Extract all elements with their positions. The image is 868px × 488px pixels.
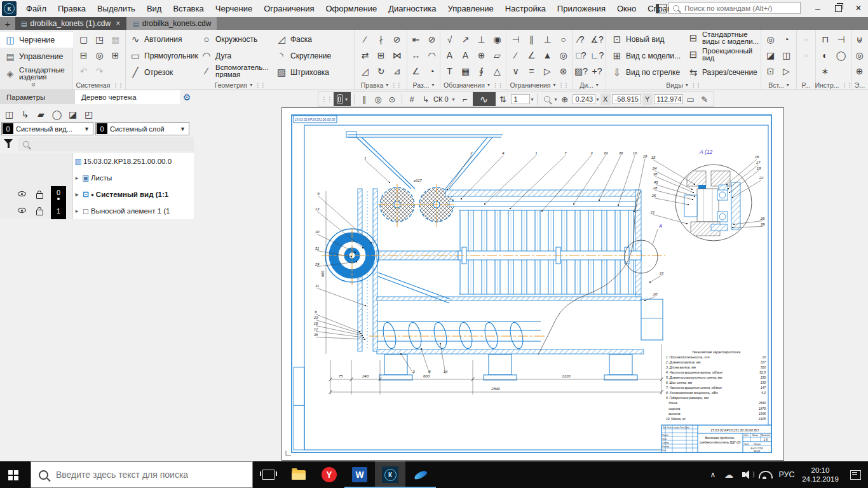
group-grip-icon[interactable]: ⋮⋮ — [255, 82, 265, 88]
arc-dimension-icon[interactable]: ◠ — [424, 47, 440, 63]
new-tab-button[interactable]: + — [0, 17, 15, 30]
layer-icon[interactable]: ▰ — [33, 106, 49, 122]
construction-line-button[interactable]: ∕Вспомогатель...прямая — [201, 63, 269, 79]
measure-perimeter-icon[interactable]: □? — [573, 47, 589, 63]
table-icon[interactable]: ▦ — [458, 63, 473, 79]
centerline-icon[interactable]: ⊕ — [473, 47, 489, 63]
save-document-icon[interactable]: ▦ — [107, 31, 123, 47]
auto-axis-icon[interactable]: ∮ — [473, 63, 489, 79]
restore-button[interactable] — [829, 0, 848, 17]
snap-parallel-icon[interactable]: ∥ — [358, 93, 370, 105]
contour-tool-icon[interactable]: ◯ — [49, 106, 65, 122]
r-command-2-icon[interactable]: ▫ — [798, 47, 814, 63]
menu-item-constraints[interactable]: Ограничения — [258, 0, 320, 17]
word-button[interactable]: W — [344, 461, 375, 488]
measure-coord-icon[interactable]: +? — [589, 63, 605, 79]
minimize-button[interactable]: – — [808, 0, 827, 17]
filter-icon[interactable] — [4, 139, 14, 149]
menu-item-select[interactable]: Выделить — [92, 0, 141, 17]
snap-point-icon[interactable]: ⊙ — [386, 93, 398, 105]
redo-icon[interactable]: ↷ — [92, 63, 107, 79]
vertical-line-icon[interactable]: ∕ — [508, 47, 524, 63]
fix-geometry-icon[interactable]: ▲ — [539, 47, 555, 63]
start-button[interactable] — [0, 461, 31, 488]
menu-item-management[interactable]: Управление — [442, 0, 499, 17]
measure-area-icon[interactable]: ▨? — [573, 63, 589, 79]
drawing-canvas[interactable]: 15.03.02.КР18.251.00.00.00 — [282, 108, 783, 460]
break-line-icon[interactable]: ⊣ — [833, 31, 849, 47]
view-by-arrow-button[interactable]: ⇩Вид по стрелке — [611, 64, 680, 80]
toolbar-grip-icon[interactable]: ⋮⋮ — [321, 96, 332, 103]
close-button[interactable]: × — [849, 0, 868, 17]
clock[interactable]: 20:10 24.12.2019 — [798, 461, 843, 488]
group-grip-icon[interactable]: ⋮⋮ — [559, 82, 569, 88]
open-document-icon[interactable]: ◳ — [92, 31, 107, 47]
view-from-model-button[interactable]: ⊞Вид с модели... — [611, 48, 681, 64]
tree-item-sheets[interactable]: ▸ ▣ Листы — [73, 170, 194, 186]
menu-item-edit[interactable]: Правка — [52, 0, 92, 17]
language-indicator[interactable]: РУС — [775, 461, 798, 488]
chevron-down-icon[interactable]: ▾ — [597, 97, 599, 102]
hatch-button[interactable]: ▨Штриховка — [276, 64, 329, 80]
tree-item-detail-view[interactable]: ▸ ◻ Выносной элемент 1 (1 — [73, 203, 194, 219]
deform-icon[interactable]: ⊿ — [389, 63, 405, 79]
trim-curve-icon[interactable]: ∕ — [357, 31, 373, 47]
insert-picture-icon[interactable]: ◪ — [763, 47, 778, 63]
linear-dimension-icon[interactable]: ↔ — [408, 47, 424, 63]
ruler-icon[interactable]: ▭ — [684, 93, 697, 105]
merge-points-icon[interactable]: ∨ — [508, 63, 524, 79]
drawing-properties-icon[interactable]: ◫ — [1, 106, 17, 122]
menu-item-diagnostics[interactable]: Диагностика — [383, 0, 442, 17]
angle-constraint-icon[interactable]: ∠ — [524, 47, 539, 63]
group-dropdown-icon[interactable]: ▾ — [386, 82, 388, 88]
view-origin-icon[interactable]: ↳ — [17, 106, 33, 122]
grid-icon[interactable]: # — [405, 93, 418, 105]
filled-area-icon[interactable]: ◐ — [817, 47, 833, 63]
measure-distance-icon[interactable]: ∕? — [573, 31, 589, 47]
new-document-icon[interactable]: ▢ — [76, 31, 92, 47]
nav-tab-standard-parts[interactable]: ◈ Стандартные изделия — [0, 65, 73, 82]
view-scale-icon[interactable]: ◔ — [778, 31, 794, 47]
group-dropdown-icon[interactable]: ▾ — [553, 82, 555, 88]
projection-view-button[interactable]: ⊟Проекционныйвид — [688, 46, 752, 62]
zoom-tool-icon[interactable] — [541, 93, 553, 105]
volume-icon[interactable] — [737, 461, 756, 488]
tab-parameters[interactable]: Параметры — [0, 90, 75, 104]
expander-icon[interactable]: ▸ — [73, 208, 81, 214]
special-sign-icon[interactable]: △ — [489, 63, 505, 79]
segment-button[interactable]: ╱Отрезок — [130, 64, 173, 80]
tab-drawing-tree[interactable]: Дерево чертежа — [75, 90, 180, 104]
snap-visibility-icon[interactable]: ◎ — [372, 93, 384, 105]
roughness-icon[interactable]: √ — [442, 31, 458, 47]
area-designation-icon[interactable]: ▱ — [489, 47, 505, 63]
menu-item-view[interactable]: Вид — [141, 0, 168, 17]
visibility-eye-icon[interactable] — [18, 189, 26, 198]
perpendicular-icon[interactable]: ⊥ — [539, 31, 555, 47]
insert-fragment-icon[interactable]: ◫ — [778, 47, 794, 63]
measure-tool-icon[interactable]: ∗ — [817, 63, 833, 79]
contour-icon[interactable]: ⊓ — [817, 31, 833, 47]
standard-views-button[interactable]: ⊟Стандартныевиды с модели... — [688, 30, 759, 46]
drawing-viewport[interactable]: 15.03.02.КР18.251.00.00.00 — [281, 107, 784, 461]
eyedropper-icon[interactable]: ✎ — [698, 93, 711, 105]
copy-icon[interactable]: ⊞ — [373, 47, 389, 63]
tree-item-document[interactable]: ▥ 15.03.02.КР18.251.00.00.0 — [73, 153, 194, 170]
symmetric-icon[interactable]: ▷ — [539, 63, 555, 79]
onedrive-cloud-icon[interactable]: ☁ — [721, 461, 737, 488]
align-points-icon[interactable]: ⊣ — [508, 31, 524, 47]
fillet-button[interactable]: ◝Скругление — [276, 48, 331, 64]
group-grip-icon[interactable]: ⋮⋮ — [842, 82, 852, 88]
browser-swoosh-button[interactable] — [405, 461, 436, 488]
task-view-button[interactable] — [253, 461, 283, 488]
target-icon[interactable]: ◎ — [851, 47, 867, 63]
layer-selector-combo[interactable]: 0 Системный слой ▼ — [95, 122, 189, 135]
insert-view-icon[interactable]: ◎ — [763, 31, 778, 47]
hidden-icons-chevron[interactable]: ∧ — [705, 461, 721, 488]
view-arrow-icon[interactable]: ◉ — [489, 31, 505, 47]
parallel-icon[interactable]: ∥ — [524, 31, 539, 47]
coordinate-system-icon[interactable]: ↳ — [419, 93, 432, 105]
unlock-icon[interactable] — [36, 193, 43, 199]
insert-unit-icon[interactable]: ⊎ — [851, 31, 867, 47]
probe-icon[interactable]: ⊕ — [851, 63, 867, 79]
menu-item-settings[interactable]: Настройка — [499, 0, 552, 17]
